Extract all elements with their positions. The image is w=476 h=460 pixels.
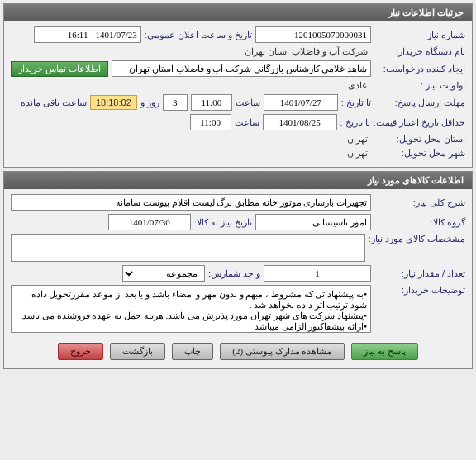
input-validity-date[interactable] (263, 114, 337, 130)
attachments-button[interactable]: مشاهده مدارک پیوستی (2) (220, 343, 345, 360)
label-req-no: شماره نیاز: (374, 30, 465, 40)
label-unit-count: واحد شمارش: (208, 268, 260, 279)
goods-panel: اطلاعات کالاهای مورد نیاز شرح کلی نیاز: … (3, 171, 473, 369)
value-delivery-province: تهران (344, 134, 371, 145)
input-announce-time[interactable] (34, 26, 141, 43)
label-creator: ایجاد کننده درخواست: (374, 64, 465, 74)
label-days-and: روز و (140, 97, 159, 108)
label-to-date-2: تا تاریخ : (340, 117, 370, 128)
back-button[interactable]: بازگشت (110, 343, 165, 360)
label-hour-2: ساعت (235, 117, 259, 128)
label-goods-spec: مشخصات کالای مورد نیاز: (369, 234, 465, 244)
label-to-date-1: تا تاریخ : (341, 97, 371, 108)
label-qty: تعداد / مقدار نیاز: (374, 268, 465, 279)
label-need-date: تاریخ نیاز به کالا: (194, 217, 252, 228)
input-deadline-hour[interactable] (191, 94, 232, 111)
input-validity-hour[interactable] (190, 114, 231, 130)
input-qty[interactable] (264, 265, 371, 282)
need-info-body: شماره نیاز: تاریخ و ساعت اعلان عمومی: نا… (4, 21, 472, 167)
label-delivery-city: شهر محل تحویل: (374, 148, 465, 159)
input-req-no[interactable] (255, 26, 371, 43)
value-delivery-city: تهران (344, 148, 371, 159)
need-info-panel: جزئیات اطلاعات نیاز شماره نیاز: تاریخ و … (3, 3, 473, 168)
label-buyer-notes: توضیحات خریدار: (374, 285, 465, 296)
button-bar: پاسخ به نیاز مشاهده مدارک پیوستی (2) چاپ… (11, 336, 465, 363)
input-creator[interactable] (112, 60, 371, 77)
label-priority: اولویت نیاز : (374, 80, 465, 91)
label-hour-1: ساعت (236, 97, 260, 108)
textarea-goods-spec[interactable] (11, 234, 365, 262)
goods-body: شرح کلی نیاز: گروه کالا: تاریخ نیاز به ک… (4, 189, 472, 368)
input-remain-days[interactable] (163, 94, 188, 111)
label-goods-group: گروه کالا: (374, 217, 465, 228)
need-info-title: جزئیات اطلاعات نیاز (388, 7, 464, 17)
value-priority: عادی (345, 80, 371, 91)
label-deadline: مهلت ارسال پاسخ: (374, 97, 465, 108)
label-buyer-org: نام دستگاه خریدار: (374, 46, 465, 57)
print-button[interactable]: چاپ (172, 343, 213, 360)
label-announce-time: تاریخ و ساعت اعلان عمومی: (145, 30, 252, 40)
value-buyer-org: شرکت آب و فاضلاب استان تهران (241, 46, 371, 57)
label-need-desc: شرح کلی نیاز: (374, 197, 465, 208)
goods-header: اطلاعات کالاهای مورد نیاز (4, 172, 472, 189)
exit-button[interactable]: خروج (58, 343, 103, 360)
goods-title: اطلاعات کالاهای مورد نیاز (368, 175, 464, 185)
label-remaining: ساعت باقی مانده (21, 97, 87, 108)
select-unit-count[interactable]: مجموعه (122, 265, 205, 282)
reply-button[interactable]: پاسخ به نیاز (351, 343, 418, 360)
label-delivery-province: استان محل تحویل: (374, 134, 465, 145)
label-validity: حداقل تاریخ اعتبار قیمت: (374, 117, 465, 128)
countdown-clock: 18:18:02 (90, 95, 137, 110)
textarea-buyer-notes[interactable] (11, 285, 371, 333)
input-need-desc[interactable] (11, 194, 371, 211)
contact-buyer-button[interactable]: اطلاعات تماس خریدار (11, 61, 108, 77)
input-need-date[interactable] (108, 214, 191, 230)
input-goods-group[interactable] (255, 214, 371, 230)
need-info-header: جزئیات اطلاعات نیاز (4, 4, 472, 21)
input-deadline-date[interactable] (264, 94, 338, 111)
